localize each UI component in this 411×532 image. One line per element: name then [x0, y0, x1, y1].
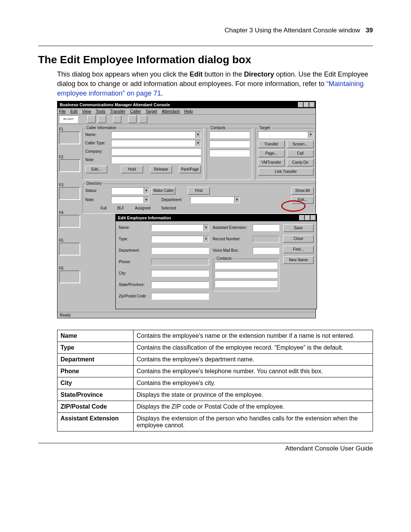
sub-name-combo[interactable]: ▼ — [151, 224, 209, 231]
sub-contact-field[interactable] — [215, 262, 277, 269]
sub-record-field — [253, 236, 279, 243]
toolbar-icon[interactable] — [128, 115, 137, 123]
menu-target[interactable]: Target — [145, 109, 157, 113]
sub-phone-field — [151, 259, 209, 265]
loop-slot[interactable] — [59, 131, 80, 144]
dir-note-combo[interactable]: ▼ — [111, 197, 149, 203]
page-header: Chapter 3 Using the Attendant Console wi… — [38, 27, 373, 34]
name-combo[interactable]: ▼ — [111, 131, 201, 138]
parkpage-button[interactable]: Park/Page — [179, 166, 201, 173]
sub-assistant-field[interactable] — [253, 224, 279, 231]
tab-full[interactable]: Full — [100, 206, 107, 210]
close-button[interactable]: Close — [283, 235, 314, 243]
page-button[interactable]: Page... — [258, 150, 285, 157]
make-caller-button[interactable]: Make Caller — [151, 187, 175, 195]
field-name-cell: Department — [57, 353, 134, 365]
sub-city-field[interactable] — [151, 270, 209, 277]
menu-edit[interactable]: Edit — [70, 109, 78, 113]
in-out-toggle[interactable]: IN OUT — [59, 115, 78, 123]
loop-slot[interactable] — [59, 215, 80, 228]
close-icon[interactable]: × — [311, 215, 316, 220]
new-name-button[interactable]: New Name — [283, 256, 314, 264]
note-field[interactable] — [111, 157, 201, 163]
table-row: TypeContains the classification of the e… — [57, 342, 373, 353]
loop-label: F4 — [59, 211, 80, 215]
status-bar: Ready — [57, 312, 315, 318]
maximize-icon[interactable]: □ — [304, 102, 309, 107]
toolbar-icon[interactable] — [139, 115, 147, 123]
linktransfer-button[interactable]: Link Transfer — [258, 168, 314, 176]
field-desc-cell: Contains the employee's city. — [134, 377, 373, 389]
loop-label: F5 — [59, 238, 80, 243]
field-desc-cell: Contains the employee's name or the exte… — [134, 330, 373, 342]
sub-type-combo[interactable]: ▼ — [151, 236, 209, 243]
menu-transfer[interactable]: Transfer — [110, 109, 126, 113]
footer-text: Attendant Console User Guide — [38, 445, 373, 452]
dir-department-combo[interactable]: ▼ — [190, 197, 240, 203]
field-desc-cell: Contains the employee's department name. — [134, 353, 373, 365]
sub-vmail-field[interactable] — [253, 247, 279, 254]
target-combo[interactable]: ▼ — [258, 131, 314, 138]
field-name-cell: Type — [57, 342, 134, 353]
sub-contacts-group: Contacts — [213, 259, 279, 291]
menu-tools[interactable]: Tools — [96, 109, 105, 113]
dir-edit-button[interactable]: Edit... — [292, 196, 314, 204]
toolbar-icon[interactable] — [87, 115, 96, 123]
sub-contact-field[interactable] — [215, 271, 277, 278]
loop-slot[interactable] — [59, 159, 80, 172]
loop-slot[interactable] — [59, 243, 80, 256]
target-group: Target: ▼ TransferScreen... Page...Call … — [255, 128, 316, 180]
company-field[interactable] — [111, 148, 201, 155]
loop-slot[interactable] — [59, 270, 80, 283]
contacts-group: Contacts — [207, 128, 252, 180]
sub-department-field[interactable] — [151, 247, 209, 254]
toolbar-icon[interactable] — [113, 115, 121, 123]
edit-button[interactable]: Edit... — [85, 166, 107, 173]
sub-state-field[interactable] — [151, 281, 209, 288]
menu-view[interactable]: View — [82, 109, 91, 113]
campon-button[interactable]: Camp On — [287, 159, 314, 166]
table-row: CityContains the employee's city. — [57, 377, 373, 389]
close-icon[interactable]: × — [309, 102, 315, 107]
save-button[interactable]: Save — [283, 224, 314, 232]
menu-attendant[interactable]: Attendant — [162, 109, 180, 113]
menu-caller[interactable]: Caller — [130, 109, 141, 113]
main-window-title: Business Communications Manager Attendan… — [58, 102, 298, 107]
chapter-line: Chapter 3 Using the Attendant Console wi… — [225, 27, 360, 34]
field-name-cell: Assistant Extension — [57, 412, 134, 431]
vmtransfer-button[interactable]: VMTransfer — [258, 159, 285, 166]
loop-label: F3 — [59, 183, 80, 187]
field-description-table: NameContains the employee's name or the … — [57, 330, 373, 431]
section-title: The Edit Employee Information dialog box — [38, 54, 373, 66]
contact-field[interactable] — [209, 131, 250, 138]
call-button[interactable]: Call — [287, 150, 314, 157]
toolbar-icon[interactable] — [98, 115, 106, 123]
contact-field[interactable] — [209, 150, 250, 157]
find-button[interactable]: Find... — [283, 246, 314, 253]
menu-file[interactable]: File — [59, 109, 66, 113]
field-desc-cell: Displays the extension of the person who… — [134, 412, 373, 431]
loop-slot[interactable] — [59, 187, 80, 200]
screen-button[interactable]: Screen... — [287, 141, 314, 148]
transfer-button[interactable]: Transfer — [258, 141, 285, 148]
contact-field[interactable] — [209, 141, 250, 147]
minimize-icon[interactable]: _ — [298, 102, 303, 107]
directory-group: Directory Status: ▼ Make Caller Find Sho… — [83, 184, 316, 214]
caller-type-combo[interactable]: ▼ — [111, 140, 201, 147]
page-number: 39 — [366, 27, 373, 34]
tab-assigned[interactable]: Assigned — [135, 206, 150, 210]
show-all-button[interactable]: Show All — [292, 187, 314, 195]
release-button[interactable]: Release — [150, 166, 172, 173]
find-button[interactable]: Find — [188, 187, 210, 195]
menu-help[interactable]: Help — [184, 109, 193, 113]
minimize-icon[interactable]: _ — [299, 215, 304, 220]
maximize-icon[interactable]: □ — [305, 215, 310, 220]
intro-paragraph: This dialog box appears when you click t… — [57, 70, 373, 99]
table-row: NameContains the employee's name or the … — [57, 330, 373, 342]
tab-selected[interactable]: Selected — [161, 206, 176, 210]
tab-blf[interactable]: BLF — [117, 206, 124, 210]
sub-zip-field[interactable] — [151, 293, 209, 300]
status-combo[interactable]: ▼ — [111, 187, 149, 194]
sub-contact-field[interactable] — [215, 280, 277, 287]
hold-button[interactable]: Hold — [121, 166, 143, 173]
